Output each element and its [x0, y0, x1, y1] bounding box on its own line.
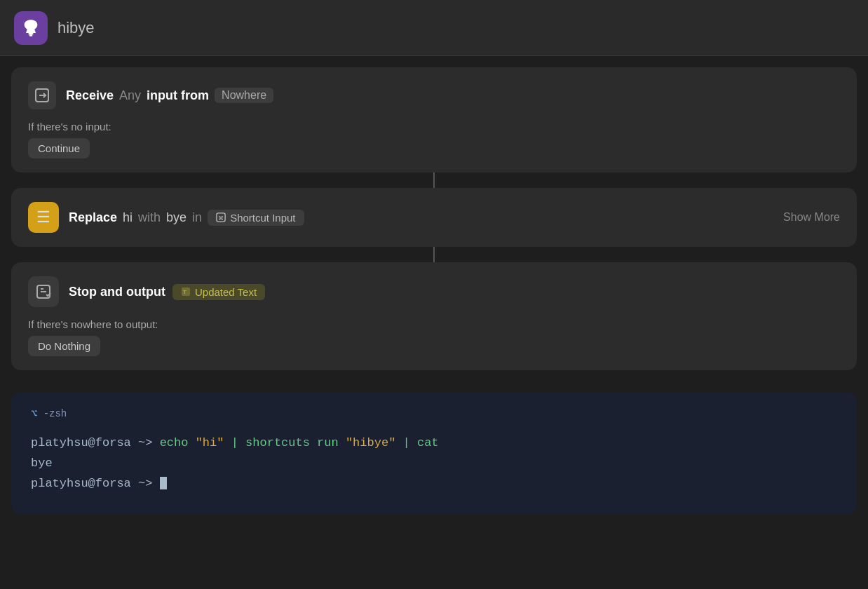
updated-text-icon: T [181, 287, 191, 297]
any-label: Any [119, 88, 141, 103]
terminal-run: run [317, 436, 346, 449]
terminal-output: bye [31, 456, 53, 470]
terminal-shortcuts: shortcuts [245, 436, 310, 449]
stop-card: Stop and output T Updated Text If there'… [11, 262, 857, 370]
terminal-hi-arg: "hi" [196, 436, 224, 449]
stop-icon [28, 276, 59, 307]
svg-text:⌘: ⌘ [218, 215, 224, 222]
show-more-button[interactable]: Show More [783, 211, 840, 224]
receive-title: Receive Any input from Nowhere [66, 88, 273, 103]
terminal-hibye-arg: "hibye" [346, 436, 395, 449]
terminal-echo: echo [160, 436, 196, 449]
shortcut-input-pill[interactable]: ⌘ Shortcut Input [208, 210, 304, 226]
terminal-cat: cat [417, 436, 439, 449]
hi-word: hi [123, 210, 133, 225]
terminal-icon: ⌥ [31, 407, 38, 421]
receive-header: Receive Any input from Nowhere [28, 81, 840, 109]
receive-card: Receive Any input from Nowhere If there'… [11, 67, 857, 172]
shortcuts-icon [21, 18, 41, 38]
app-title: hibye [57, 19, 95, 37]
receive-label: Receive [66, 88, 114, 103]
receive-icon [28, 81, 56, 109]
terminal-prompt-2: platyhsu@forsa ~> [31, 477, 152, 490]
in-label: in [192, 210, 202, 225]
terminal-header: ⌥ -zsh [31, 407, 837, 421]
connector-line-2 [433, 247, 435, 262]
svg-rect-1 [29, 34, 33, 36]
replace-card: ☰ Replace hi with bye in ⌘ Shortcut Inpu… [11, 188, 857, 247]
stop-output-icon [35, 283, 52, 300]
app-icon [14, 11, 48, 45]
main-content: Receive Any input from Nowhere If there'… [0, 56, 868, 381]
app-header: hibye [0, 0, 868, 56]
updated-text-pill[interactable]: T Updated Text [172, 284, 265, 300]
shortcut-pill-icon: ⌘ [216, 212, 226, 222]
terminal-pipe2: | [403, 436, 417, 449]
terminal-line-3: platyhsu@forsa ~> [31, 474, 837, 494]
continue-pill[interactable]: Continue [28, 138, 90, 158]
no-output-section: If there's nowhere to output: Do Nothing [28, 318, 840, 356]
stop-title: Stop and output T Updated Text [69, 284, 265, 300]
replace-icon: ☰ [28, 202, 59, 233]
nowhere-pill[interactable]: Nowhere [215, 88, 273, 103]
shortcut-input-label: Shortcut Input [230, 212, 295, 224]
connector-line-1 [433, 172, 435, 188]
do-nothing-pill[interactable]: Do Nothing [28, 336, 100, 356]
terminal-line-2: bye [31, 454, 837, 474]
no-input-section: If there's no input: Continue [28, 121, 840, 158]
terminal-pipe1: | [231, 436, 245, 449]
terminal-title: -zsh [43, 408, 67, 419]
stop-output-label: Stop and output [69, 285, 165, 299]
no-output-label: If there's nowhere to output: [28, 318, 840, 330]
input-from-label: input from [147, 88, 209, 103]
no-input-label: If there's no input: [28, 121, 840, 133]
svg-text:T: T [183, 289, 187, 295]
terminal-prompt-1: platyhsu@forsa ~> [31, 436, 152, 449]
svg-rect-0 [29, 33, 34, 34]
replace-content: Replace hi with bye in ⌘ Shortcut Input [69, 210, 773, 226]
replace-label: Replace [69, 210, 117, 225]
terminal-cursor [160, 477, 167, 489]
terminal: ⌥ -zsh platyhsu@forsa ~> echo "hi" | sho… [11, 393, 857, 514]
stop-header: Stop and output T Updated Text [28, 276, 840, 307]
terminal-line-1: platyhsu@forsa ~> echo "hi" | shortcuts … [31, 433, 837, 454]
bye-word: bye [166, 210, 187, 225]
updated-text-label: Updated Text [195, 286, 257, 298]
with-label: with [138, 210, 161, 225]
